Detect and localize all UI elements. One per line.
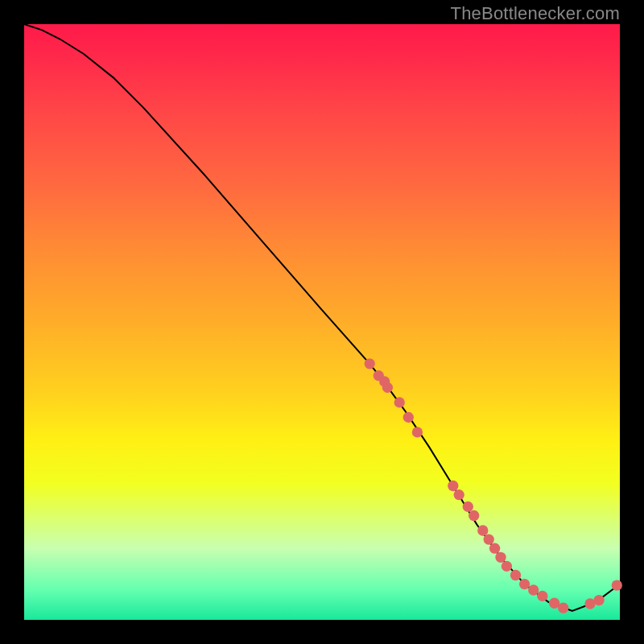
highlight-point [519,579,530,589]
attribution-text: TheBottlenecker.com [451,3,620,24]
highlight-segment-1 [365,358,423,437]
highlight-point [502,561,512,572]
highlight-point [528,584,539,595]
chart-stage: TheBottlenecker.com [0,0,644,644]
highlight-point [558,603,568,613]
highlight-segment-2 [448,481,622,613]
highlight-point [489,543,500,554]
highlight-point [394,397,405,407]
highlight-point [593,595,604,605]
highlight-point [612,580,622,590]
highlight-point [365,358,375,369]
highlight-point [412,427,423,437]
highlight-point [454,489,464,500]
highlight-point [510,570,521,580]
chart-svg-layer [24,24,620,620]
highlight-point [537,591,547,601]
series-main-curve [24,24,620,611]
highlight-point [484,534,494,544]
highlight-point [448,481,458,491]
highlight-point [469,510,479,521]
highlight-point [463,502,473,512]
highlight-point [495,552,506,563]
highlight-point [382,382,393,393]
highlight-point [477,525,488,535]
highlight-point [403,412,414,423]
